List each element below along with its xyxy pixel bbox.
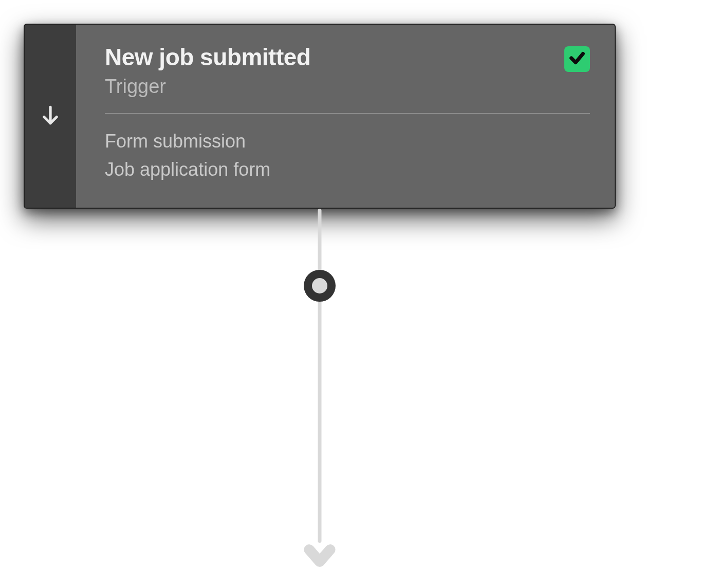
card-subtitle: Trigger (105, 76, 310, 98)
divider (105, 113, 590, 114)
add-step-node[interactable] (304, 270, 336, 302)
connector-line (318, 209, 322, 543)
node-dot-icon (312, 278, 327, 293)
card-detail-line-1: Form submission (105, 127, 590, 156)
card-header: New job submitted Trigger (105, 44, 590, 98)
workflow-diagram: New job submitted Trigger Form submissio… (24, 24, 616, 574)
status-success-badge (564, 46, 590, 72)
card-spine (25, 25, 76, 208)
arrow-down-icon (40, 104, 61, 128)
trigger-card[interactable]: New job submitted Trigger Form submissio… (24, 24, 616, 209)
card-title: New job submitted (105, 44, 310, 70)
check-icon (568, 49, 586, 69)
workflow-connector (24, 209, 616, 574)
card-title-group: New job submitted Trigger (105, 44, 310, 98)
card-detail-line-2: Job application form (105, 155, 590, 184)
card-body: New job submitted Trigger Form submissio… (76, 25, 615, 208)
arrowhead-down-icon (302, 538, 338, 576)
